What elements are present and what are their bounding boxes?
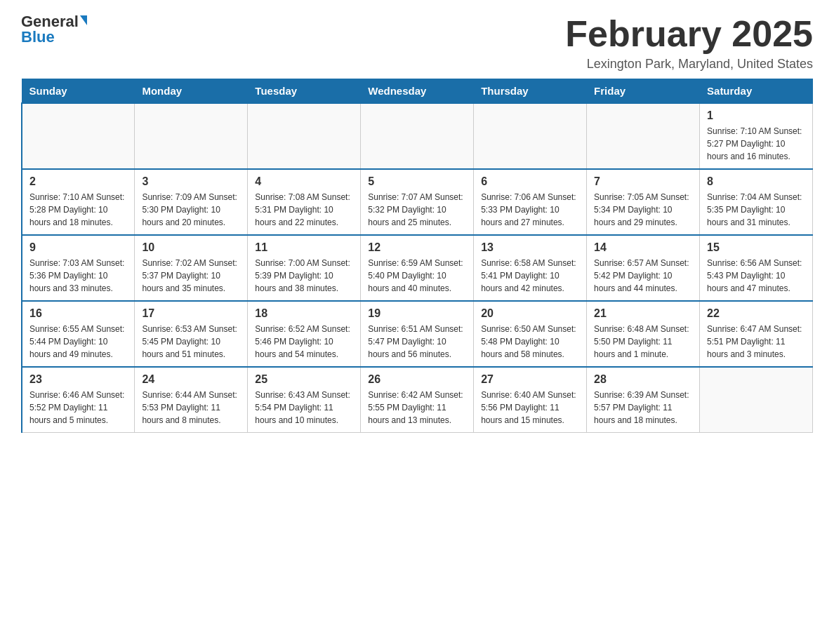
- day-info: Sunrise: 6:51 AM Sunset: 5:47 PM Dayligh…: [368, 323, 466, 361]
- calendar-cell: 21Sunrise: 6:48 AM Sunset: 5:50 PM Dayli…: [587, 301, 700, 367]
- calendar-cell: 8Sunrise: 7:04 AM Sunset: 5:35 PM Daylig…: [700, 169, 813, 235]
- day-number: 17: [142, 307, 240, 320]
- day-number: 20: [481, 307, 579, 320]
- calendar-cell: 6Sunrise: 7:06 AM Sunset: 5:33 PM Daylig…: [474, 169, 587, 235]
- calendar-cell: 9Sunrise: 7:03 AM Sunset: 5:36 PM Daylig…: [22, 235, 135, 301]
- week-row-4: 16Sunrise: 6:55 AM Sunset: 5:44 PM Dayli…: [22, 301, 813, 367]
- week-row-3: 9Sunrise: 7:03 AM Sunset: 5:36 PM Daylig…: [22, 235, 813, 301]
- header-day-tuesday: Tuesday: [248, 79, 361, 104]
- day-info: Sunrise: 6:39 AM Sunset: 5:57 PM Dayligh…: [594, 389, 692, 427]
- page-header: General Blue February 2025 Lexington Par…: [21, 14, 813, 72]
- day-info: Sunrise: 7:03 AM Sunset: 5:36 PM Dayligh…: [29, 257, 127, 295]
- day-number: 22: [707, 307, 805, 320]
- calendar-cell: 25Sunrise: 6:43 AM Sunset: 5:54 PM Dayli…: [248, 367, 361, 433]
- day-number: 1: [707, 109, 805, 122]
- day-number: 6: [481, 175, 579, 188]
- page-subtitle: Lexington Park, Maryland, United States: [565, 57, 813, 72]
- day-number: 5: [368, 175, 466, 188]
- day-number: 7: [594, 175, 692, 188]
- calendar-cell: [361, 103, 474, 169]
- day-number: 18: [255, 307, 353, 320]
- day-info: Sunrise: 7:06 AM Sunset: 5:33 PM Dayligh…: [481, 191, 579, 229]
- calendar-cell: [700, 367, 813, 433]
- calendar-table: SundayMondayTuesdayWednesdayThursdayFrid…: [21, 79, 813, 433]
- day-number: 15: [707, 241, 805, 254]
- calendar-cell: 11Sunrise: 7:00 AM Sunset: 5:39 PM Dayli…: [248, 235, 361, 301]
- day-info: Sunrise: 7:09 AM Sunset: 5:30 PM Dayligh…: [142, 191, 240, 229]
- calendar-cell: 27Sunrise: 6:40 AM Sunset: 5:56 PM Dayli…: [474, 367, 587, 433]
- day-info: Sunrise: 6:59 AM Sunset: 5:40 PM Dayligh…: [368, 257, 466, 295]
- page-title: February 2025: [565, 14, 813, 54]
- day-number: 9: [29, 241, 127, 254]
- calendar-cell: 13Sunrise: 6:58 AM Sunset: 5:41 PM Dayli…: [474, 235, 587, 301]
- calendar-cell: 12Sunrise: 6:59 AM Sunset: 5:40 PM Dayli…: [361, 235, 474, 301]
- calendar-cell: 16Sunrise: 6:55 AM Sunset: 5:44 PM Dayli…: [22, 301, 135, 367]
- header-day-thursday: Thursday: [474, 79, 587, 104]
- day-number: 4: [255, 175, 353, 188]
- day-number: 19: [368, 307, 466, 320]
- calendar-cell: 26Sunrise: 6:42 AM Sunset: 5:55 PM Dayli…: [361, 367, 474, 433]
- calendar-cell: 5Sunrise: 7:07 AM Sunset: 5:32 PM Daylig…: [361, 169, 474, 235]
- day-number: 16: [29, 307, 127, 320]
- logo: General Blue: [21, 14, 87, 45]
- day-info: Sunrise: 7:05 AM Sunset: 5:34 PM Dayligh…: [594, 191, 692, 229]
- day-info: Sunrise: 6:57 AM Sunset: 5:42 PM Dayligh…: [594, 257, 692, 295]
- day-info: Sunrise: 6:47 AM Sunset: 5:51 PM Dayligh…: [707, 323, 805, 361]
- day-info: Sunrise: 6:42 AM Sunset: 5:55 PM Dayligh…: [368, 389, 466, 427]
- calendar-cell: 24Sunrise: 6:44 AM Sunset: 5:53 PM Dayli…: [135, 367, 248, 433]
- day-number: 24: [142, 373, 240, 386]
- week-row-1: 1Sunrise: 7:10 AM Sunset: 5:27 PM Daylig…: [22, 103, 813, 169]
- day-number: 8: [707, 175, 805, 188]
- calendar-cell: 14Sunrise: 6:57 AM Sunset: 5:42 PM Dayli…: [587, 235, 700, 301]
- day-info: Sunrise: 6:56 AM Sunset: 5:43 PM Dayligh…: [707, 257, 805, 295]
- day-info: Sunrise: 7:02 AM Sunset: 5:37 PM Dayligh…: [142, 257, 240, 295]
- calendar-header: SundayMondayTuesdayWednesdayThursdayFrid…: [22, 79, 813, 104]
- day-info: Sunrise: 7:04 AM Sunset: 5:35 PM Dayligh…: [707, 191, 805, 229]
- calendar-cell: 22Sunrise: 6:47 AM Sunset: 5:51 PM Dayli…: [700, 301, 813, 367]
- logo-blue-text: Blue: [21, 29, 55, 45]
- day-info: Sunrise: 6:53 AM Sunset: 5:45 PM Dayligh…: [142, 323, 240, 361]
- week-row-5: 23Sunrise: 6:46 AM Sunset: 5:52 PM Dayli…: [22, 367, 813, 433]
- day-number: 11: [255, 241, 353, 254]
- week-row-2: 2Sunrise: 7:10 AM Sunset: 5:28 PM Daylig…: [22, 169, 813, 235]
- calendar-cell: 1Sunrise: 7:10 AM Sunset: 5:27 PM Daylig…: [700, 103, 813, 169]
- calendar-cell: 18Sunrise: 6:52 AM Sunset: 5:46 PM Dayli…: [248, 301, 361, 367]
- day-number: 10: [142, 241, 240, 254]
- day-info: Sunrise: 7:00 AM Sunset: 5:39 PM Dayligh…: [255, 257, 353, 295]
- calendar-cell: 4Sunrise: 7:08 AM Sunset: 5:31 PM Daylig…: [248, 169, 361, 235]
- calendar-cell: 3Sunrise: 7:09 AM Sunset: 5:30 PM Daylig…: [135, 169, 248, 235]
- header-day-wednesday: Wednesday: [361, 79, 474, 104]
- day-number: 26: [368, 373, 466, 386]
- calendar-cell: 7Sunrise: 7:05 AM Sunset: 5:34 PM Daylig…: [587, 169, 700, 235]
- calendar-cell: [22, 103, 135, 169]
- day-info: Sunrise: 6:55 AM Sunset: 5:44 PM Dayligh…: [29, 323, 127, 361]
- calendar-cell: 28Sunrise: 6:39 AM Sunset: 5:57 PM Dayli…: [587, 367, 700, 433]
- calendar-cell: 10Sunrise: 7:02 AM Sunset: 5:37 PM Dayli…: [135, 235, 248, 301]
- day-number: 25: [255, 373, 353, 386]
- day-info: Sunrise: 7:08 AM Sunset: 5:31 PM Dayligh…: [255, 191, 353, 229]
- day-number: 12: [368, 241, 466, 254]
- day-info: Sunrise: 6:50 AM Sunset: 5:48 PM Dayligh…: [481, 323, 579, 361]
- day-info: Sunrise: 6:46 AM Sunset: 5:52 PM Dayligh…: [29, 389, 127, 427]
- calendar-cell: 23Sunrise: 6:46 AM Sunset: 5:52 PM Dayli…: [22, 367, 135, 433]
- day-info: Sunrise: 6:44 AM Sunset: 5:53 PM Dayligh…: [142, 389, 240, 427]
- calendar-body: 1Sunrise: 7:10 AM Sunset: 5:27 PM Daylig…: [22, 103, 813, 433]
- day-info: Sunrise: 7:10 AM Sunset: 5:28 PM Dayligh…: [29, 191, 127, 229]
- calendar-cell: 19Sunrise: 6:51 AM Sunset: 5:47 PM Dayli…: [361, 301, 474, 367]
- header-day-friday: Friday: [587, 79, 700, 104]
- header-day-sunday: Sunday: [22, 79, 135, 104]
- day-info: Sunrise: 6:52 AM Sunset: 5:46 PM Dayligh…: [255, 323, 353, 361]
- day-number: 21: [594, 307, 692, 320]
- day-info: Sunrise: 6:43 AM Sunset: 5:54 PM Dayligh…: [255, 389, 353, 427]
- calendar-cell: [248, 103, 361, 169]
- calendar-cell: [135, 103, 248, 169]
- header-row: SundayMondayTuesdayWednesdayThursdayFrid…: [22, 79, 813, 104]
- logo-general-text: General: [21, 14, 79, 29]
- day-info: Sunrise: 7:07 AM Sunset: 5:32 PM Dayligh…: [368, 191, 466, 229]
- day-number: 3: [142, 175, 240, 188]
- day-info: Sunrise: 6:58 AM Sunset: 5:41 PM Dayligh…: [481, 257, 579, 295]
- calendar-cell: [474, 103, 587, 169]
- header-day-saturday: Saturday: [700, 79, 813, 104]
- header-day-monday: Monday: [135, 79, 248, 104]
- title-block: February 2025 Lexington Park, Maryland, …: [565, 14, 813, 72]
